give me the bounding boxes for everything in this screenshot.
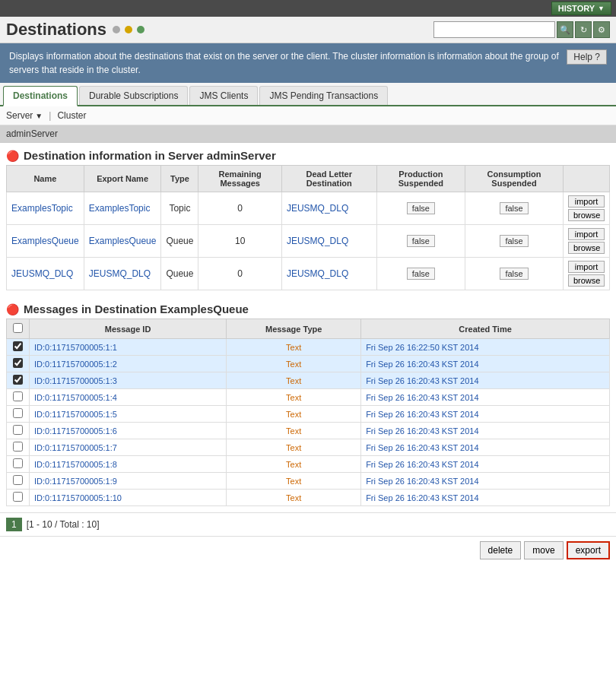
dest-export-link[interactable]: ExamplesTopic [89, 203, 151, 214]
bottom-bar: delete move export [0, 536, 616, 564]
filter-server[interactable]: Server ▼ [6, 110, 43, 121]
prod-suspended-value[interactable]: false [407, 202, 435, 214]
msg-checkbox[interactable] [13, 475, 23, 485]
messages-table: Message ID Message Type Created Time ID:… [6, 318, 610, 506]
prod-suspended-value[interactable]: false [407, 235, 435, 247]
msg-id-cell: ID:0:11715700005:1:8 [30, 456, 227, 473]
help-button[interactable]: Help ? [567, 49, 607, 65]
msg-id-link[interactable]: ID:0:11715700005:1:7 [34, 443, 117, 452]
msg-id-link[interactable]: ID:0:11715700005:1:9 [34, 477, 117, 486]
msg-checkbox[interactable] [13, 358, 23, 368]
msg-checkbox-cell [7, 456, 30, 473]
msg-id-cell: ID:0:11715700005:1:3 [30, 372, 227, 389]
browse-button[interactable]: browse [568, 209, 605, 221]
dest-export-link[interactable]: ExamplesQueue [89, 236, 157, 246]
msg-checkbox[interactable] [13, 458, 23, 468]
msg-id-link[interactable]: ID:0:11715700005:1:3 [34, 376, 117, 385]
msg-checkbox[interactable] [13, 391, 23, 401]
msg-id-cell: ID:0:11715700005:1:2 [30, 356, 227, 372]
msg-id-link[interactable]: ID:0:11715700005:1:2 [34, 360, 117, 369]
dest-deadletter-link[interactable]: JEUSMQ_DLQ [287, 203, 348, 214]
msg-checkbox-cell [7, 490, 30, 506]
tab-jms-clients[interactable]: JMS Clients [189, 86, 258, 105]
dest-name-cell: ExamplesTopic [7, 192, 84, 225]
header-dots [113, 26, 144, 33]
dest-remaining-cell: 0 [198, 192, 281, 225]
msg-id-link[interactable]: ID:0:11715700005:1:1 [34, 343, 117, 352]
import-button[interactable]: import [568, 261, 605, 273]
server-row: adminServer [0, 125, 616, 143]
dest-export-cell: JEUSMQ_DLQ [84, 258, 161, 290]
dest-type-cell: Queue [161, 258, 198, 290]
msg-checkbox[interactable] [13, 408, 23, 418]
export-button[interactable]: export [567, 541, 610, 559]
col-deadletter: Dead Letter Destination [281, 166, 376, 192]
cons-suspended-value[interactable]: false [500, 202, 528, 214]
tab-destinations[interactable]: Destinations [3, 86, 78, 106]
import-button[interactable]: import [568, 195, 605, 208]
dest-cons-cell: false [465, 192, 564, 225]
msg-checkbox-cell [7, 339, 30, 356]
msg-type-value: Text [286, 410, 301, 419]
filter-server-label: Server [6, 110, 33, 121]
dest-deadletter-link[interactable]: JEUSMQ_DLQ [287, 268, 348, 279]
msg-time-cell: Fri Sep 26 16:22:50 KST 2014 [361, 339, 610, 356]
dest-export-link[interactable]: JEUSMQ_DLQ [89, 268, 151, 279]
move-button[interactable]: move [524, 541, 563, 559]
message-row: ID:0:11715700005:1:8 Text Fri Sep 26 16:… [7, 456, 610, 473]
tab-durable-subscriptions[interactable]: Durable Subscriptions [79, 86, 188, 105]
dot-yellow [125, 26, 132, 33]
browse-button[interactable]: browse [568, 242, 605, 254]
msg-id-cell: ID:0:11715700005:1:10 [30, 490, 227, 506]
server-name: adminServer [6, 128, 58, 139]
dest-cons-cell: false [465, 225, 564, 258]
history-button[interactable]: HISTORY [551, 2, 611, 15]
msg-checkbox[interactable] [13, 425, 23, 435]
msg-checkbox[interactable] [13, 341, 23, 351]
server-dropdown-icon: ▼ [35, 112, 43, 120]
select-all-checkbox[interactable] [13, 323, 23, 333]
page-1[interactable]: 1 [6, 518, 22, 531]
msg-id-link[interactable]: ID:0:11715700005:1:10 [34, 493, 122, 502]
col-type: Type [161, 166, 198, 192]
prod-suspended-value[interactable]: false [407, 268, 435, 280]
filter-cluster[interactable]: Cluster [57, 110, 86, 121]
cons-suspended-value[interactable]: false [500, 268, 528, 280]
import-button[interactable]: import [568, 228, 605, 240]
msg-id-link[interactable]: ID:0:11715700005:1:4 [34, 393, 117, 402]
dest-name-link[interactable]: ExamplesQueue [11, 236, 79, 246]
dest-name-link[interactable]: JEUSMQ_DLQ [11, 268, 73, 279]
settings-button[interactable]: ⚙ [593, 21, 610, 38]
msg-checkbox[interactable] [13, 442, 23, 452]
msg-type-cell: Text [227, 356, 361, 372]
col-name: Name [7, 166, 84, 192]
col-created-time: Created Time [361, 319, 610, 339]
browse-button[interactable]: browse [568, 274, 605, 287]
msg-time-cell: Fri Sep 26 16:20:43 KST 2014 [361, 490, 610, 506]
col-msg-type: Message Type [227, 319, 361, 339]
msg-checkbox-cell [7, 439, 30, 456]
destination-table: Name Export Name Type Remaining Messages… [6, 165, 610, 290]
tab-jms-pending-transactions[interactable]: JMS Pending Transactions [259, 86, 388, 105]
msg-checkbox[interactable] [13, 492, 23, 502]
cons-suspended-value[interactable]: false [500, 235, 528, 247]
msg-id-link[interactable]: ID:0:11715700005:1:8 [34, 460, 117, 469]
msg-id-link[interactable]: ID:0:11715700005:1:6 [34, 426, 117, 436]
msg-section-icon: 🔴 [6, 303, 19, 315]
delete-button[interactable]: delete [480, 541, 522, 559]
dest-deadletter-link[interactable]: JEUSMQ_DLQ [287, 236, 348, 246]
message-row: ID:0:11715700005:1:7 Text Fri Sep 26 16:… [7, 439, 610, 456]
msg-id-cell: ID:0:11715700005:1:7 [30, 439, 227, 456]
msg-type-cell: Text [227, 423, 361, 439]
refresh-button[interactable]: ↻ [575, 21, 592, 38]
search-button[interactable]: 🔍 [557, 21, 573, 38]
msg-checkbox[interactable] [13, 375, 23, 385]
tabs: Destinations Durable Subscriptions JMS C… [0, 86, 616, 105]
col-msg-id: Message ID [30, 319, 227, 339]
section-icon: 🔴 [6, 150, 19, 162]
dest-name-link[interactable]: ExamplesTopic [11, 203, 73, 214]
search-input[interactable] [433, 21, 555, 38]
msg-time-cell: Fri Sep 26 16:20:43 KST 2014 [361, 372, 610, 389]
msg-id-cell: ID:0:11715700005:1:4 [30, 389, 227, 406]
msg-id-link[interactable]: ID:0:11715700005:1:5 [34, 410, 117, 419]
